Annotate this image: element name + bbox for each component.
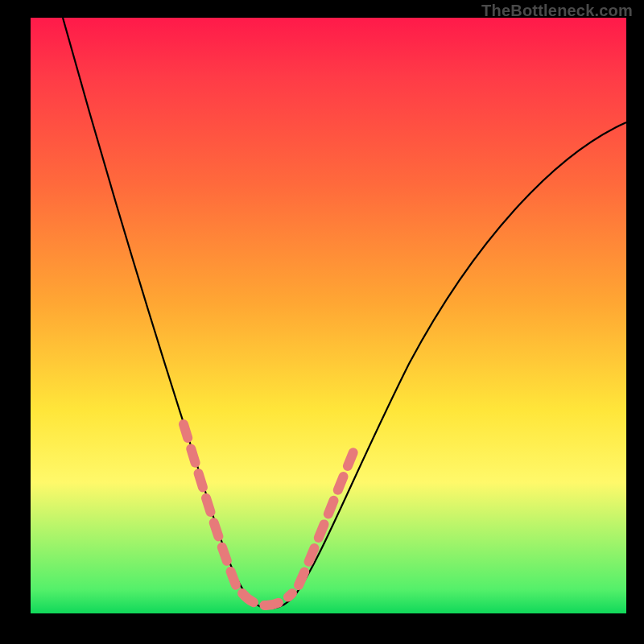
chart-frame: TheBottleneck.com: [0, 0, 644, 644]
marker-segment-left: [184, 424, 236, 585]
bottleneck-curve: [63, 18, 626, 609]
curve-layer: [31, 18, 626, 613]
marker-segment-right: [299, 444, 357, 585]
plot-area: [31, 18, 626, 613]
